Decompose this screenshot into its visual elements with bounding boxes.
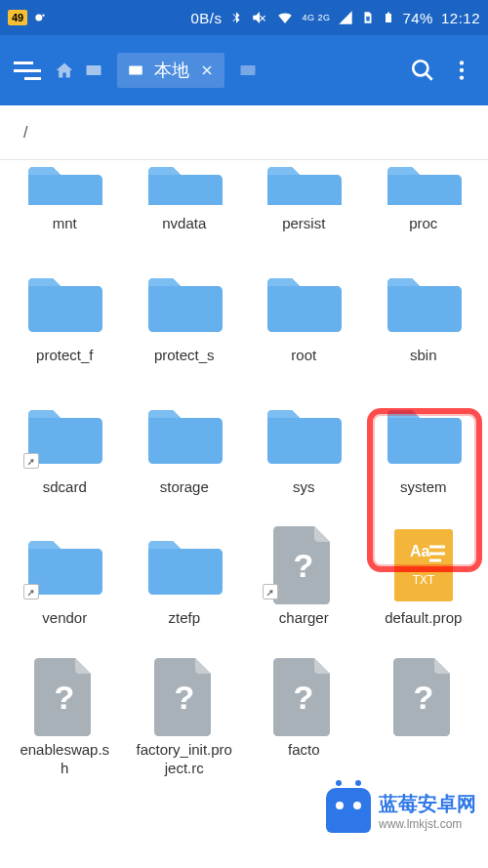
tab-storage-icon [127,62,144,79]
svg-text:?: ? [294,679,314,716]
shortcut-badge [263,584,278,599]
file-item[interactable]: ?facto [249,663,359,778]
unknown-icon: ? [381,663,467,731]
app-bar: 本地 [0,35,488,105]
folder-icon [381,160,467,205]
svg-text:Aa: Aa [410,543,430,559]
item-label: sys [293,478,315,497]
svg-rect-6 [129,66,142,75]
watermark-title: 蓝莓安卓网 [379,791,476,817]
svg-text:?: ? [55,679,75,716]
status-right: 0B/s 4G 2G 74% 12:12 [190,9,480,26]
svg-rect-5 [87,65,102,75]
folder-item[interactable]: vendor [10,531,120,628]
file-item[interactable]: ? [369,663,479,778]
status-bar: 49 0B/s 4G 2G 74% 12:12 [0,0,488,35]
folder-item[interactable]: nvdata [130,160,240,233]
battery-icon [383,9,394,26]
folder-icon [142,400,227,469]
unknown-icon: ? [21,663,107,731]
svg-point-0 [36,15,43,21]
sim-icon [361,9,375,26]
wifi-icon [276,9,294,26]
folder-item[interactable]: sbin [369,269,479,365]
shortcut-badge [23,453,39,469]
folder-item[interactable]: root [249,269,359,365]
file-item[interactable]: ?enableswap.sh [10,663,120,778]
item-label: protect_f [36,347,93,365]
unknown-icon: ? [142,663,227,731]
unknown-icon: ? [261,531,346,599]
folder-icon [261,400,346,469]
item-label: protect_s [154,347,215,365]
file-grid: mntnvdatapersistprocprotect_fprotect_sro… [0,160,488,778]
folder-icon [21,160,107,205]
folder-icon [142,269,227,337]
breadcrumb-icons [55,61,103,80]
folder-item[interactable]: system [369,400,479,497]
folder-item[interactable]: sdcard [10,400,120,497]
menu-button[interactable] [14,62,41,80]
watermark: 蓝莓安卓网 www.lmkjst.com [314,782,488,839]
svg-point-10 [460,68,464,72]
txt-icon: AaTXT [381,531,467,599]
tab-local[interactable]: 本地 [117,53,224,88]
breadcrumb[interactable]: / [0,105,488,160]
folder-icon [381,400,467,469]
item-label: facto [288,741,320,760]
folder-item[interactable]: protect_s [130,269,240,365]
record-icon [33,11,47,24]
storage-icon-dim[interactable] [238,61,258,80]
item-label: charger [279,609,329,628]
battery-percent: 74% [402,10,433,26]
folder-item[interactable]: proc [369,160,479,233]
svg-rect-4 [387,13,389,15]
svg-text:TXT: TXT [412,573,434,587]
item-label: storage [160,478,209,497]
more-icon[interactable] [449,58,474,83]
folder-item[interactable]: storage [130,400,240,497]
item-label: sbin [410,347,437,365]
file-item[interactable]: AaTXTdefault.prop [369,531,479,628]
item-label: mnt [53,215,77,233]
shortcut-badge [23,584,39,599]
svg-rect-3 [386,14,391,22]
bluetooth-icon [229,9,243,26]
svg-text:?: ? [413,679,433,716]
storage-icon[interactable] [84,61,103,80]
folder-item[interactable]: persist [249,160,359,233]
close-icon[interactable] [199,62,215,78]
svg-rect-2 [367,17,371,21]
item-label: enableswap.sh [16,741,113,778]
unknown-icon: ? [261,663,346,731]
search-icon[interactable] [410,58,435,83]
svg-point-1 [43,15,45,17]
item-label: nvdata [162,215,206,233]
file-item[interactable]: ?factory_init.project.rc [130,663,240,778]
svg-point-9 [460,61,464,64]
folder-icon [142,531,227,599]
notification-badge: 49 [8,10,27,25]
svg-text:?: ? [294,547,314,584]
svg-point-8 [413,61,427,75]
svg-rect-13 [394,529,453,601]
folder-item[interactable]: protect_f [10,269,120,365]
tab-label: 本地 [154,59,189,82]
item-label: sdcard [43,478,87,497]
item-label: default.prop [385,609,462,628]
file-item[interactable]: ?charger [249,531,359,628]
item-label: proc [409,215,437,233]
item-label: ztefp [168,609,200,628]
folder-item[interactable]: mnt [10,160,120,233]
folder-icon [261,160,346,205]
home-icon[interactable] [55,61,74,80]
folder-icon [261,269,346,337]
watermark-url: www.lmkjst.com [379,817,476,831]
folder-item[interactable]: sys [249,400,359,497]
svg-point-11 [460,75,464,79]
folder-item[interactable]: ztefp [130,531,240,628]
folder-icon [21,269,107,337]
item-label: persist [282,215,325,233]
folder-icon [142,160,227,205]
network-gen: 4G 2G [302,14,330,22]
